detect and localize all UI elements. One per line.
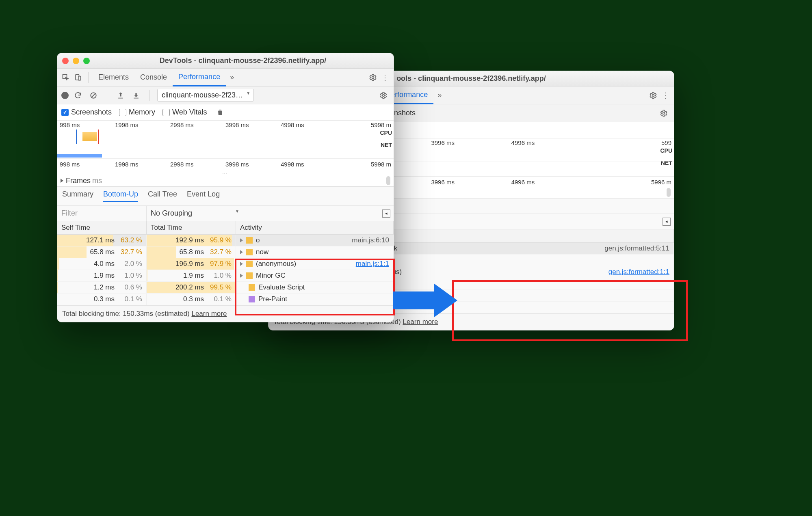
tick: 5996 m <box>591 179 671 186</box>
table-row[interactable]: 4.0 ms2.0 %196.9 ms97.9 %(anonymous)main… <box>57 258 394 270</box>
devtools-window-front: DevTools - clinquant-mousse-2f2396.netli… <box>57 53 394 322</box>
gear-icon[interactable] <box>658 107 670 119</box>
learn-more-link[interactable]: Learn more <box>403 318 438 326</box>
kebab-icon[interactable]: ⋮ <box>659 89 671 101</box>
scroll-thumb[interactable] <box>386 176 390 185</box>
activity-name: Evaluate Script <box>258 283 305 291</box>
tick: 4996 ms <box>511 179 591 186</box>
zoom-icon[interactable] <box>83 58 90 64</box>
activity-name: Pre-Paint <box>258 295 287 303</box>
net-bar <box>57 154 102 158</box>
subtab-summary[interactable]: Summary <box>62 190 93 202</box>
table-row[interactable]: 0.3 ms0.1 %0.3 ms0.1 %Pre-Paint <box>57 294 394 305</box>
source-link[interactable]: gen.js:formatted:5:11 <box>604 244 669 253</box>
flame-region <box>82 132 97 141</box>
tick: 1998 ms <box>115 161 170 168</box>
source-link[interactable]: gen.js:formatted:1:1 <box>608 268 669 276</box>
tick: 998 ms <box>60 121 115 130</box>
separator <box>88 72 89 83</box>
tick: 998 ms <box>60 161 115 168</box>
download-icon[interactable] <box>130 89 142 101</box>
tabs-row: Elements Console Performance » ⋮ <box>57 69 394 86</box>
inspect-icon[interactable] <box>60 71 72 84</box>
site-dropdown[interactable]: clinquant-mousse-2f23… <box>157 89 254 101</box>
overview: 998 ms 1998 ms 2998 ms 3998 ms 4998 ms 5… <box>57 121 394 187</box>
activity-name: o <box>256 236 260 244</box>
gear-icon[interactable] <box>367 71 379 84</box>
timeline-ruler[interactable]: 998 ms 1998 ms 2998 ms 3998 ms 4998 ms 5… <box>57 121 394 130</box>
chevron-right-icon <box>240 250 243 254</box>
webvitals-check[interactable]: Web Vitals <box>162 108 207 117</box>
device-icon[interactable] <box>72 71 84 84</box>
table-row[interactable]: 1.9 ms1.0 %1.9 ms1.0 %Minor GC <box>57 270 394 282</box>
tab-performance[interactable]: Performance <box>173 69 226 86</box>
script-icon <box>246 249 253 255</box>
collapse-icon[interactable]: ◂ <box>382 209 390 218</box>
col-selftime[interactable]: Self Time <box>57 221 147 234</box>
record-button[interactable] <box>61 92 69 99</box>
arrow-icon <box>393 291 434 309</box>
table-header: Self Time Total Time Activity <box>57 221 394 235</box>
minimize-icon[interactable] <box>73 58 79 64</box>
tab-console[interactable]: Console <box>134 69 173 86</box>
clear-icon[interactable] <box>87 89 100 101</box>
more-tabs-icon[interactable]: » <box>226 71 238 84</box>
trash-icon[interactable] <box>214 106 226 119</box>
source-link[interactable]: main.js:6:10 <box>352 236 389 244</box>
collapse-icon[interactable]: ◂ <box>663 218 671 226</box>
upload-icon[interactable] <box>115 89 127 101</box>
frames-unit: ms <box>92 177 102 185</box>
script-icon <box>249 296 255 302</box>
col-activity[interactable]: Activity <box>236 221 394 234</box>
tick: 3996 ms <box>431 179 511 186</box>
marker-red <box>98 130 99 144</box>
subtab-bottomup[interactable]: Bottom-Up <box>103 190 138 202</box>
learn-more-link[interactable]: Learn more <box>191 310 227 317</box>
subtabs: Summary Bottom-Up Call Tree Event Log <box>57 187 394 206</box>
svg-rect-4 <box>78 76 81 80</box>
titlebar: DevTools - clinquant-mousse-2f2396.netli… <box>57 53 394 69</box>
tick: 4998 ms <box>281 161 336 168</box>
tick: 4996 ms <box>511 139 591 147</box>
chevron-right-icon <box>61 179 63 183</box>
blocking-time-label: Total blocking time: 150.33ms (estimated… <box>62 310 190 317</box>
scroll-thumb[interactable] <box>667 188 671 197</box>
script-icon <box>246 272 253 279</box>
subtab-calltree[interactable]: Call Tree <box>148 190 177 202</box>
tick: 599 <box>591 139 671 147</box>
source-link[interactable]: main.js:1:1 <box>356 260 389 268</box>
perf-toolbar: clinquant-mousse-2f23… <box>57 86 394 104</box>
frames-row[interactable]: Frames ms <box>57 175 394 186</box>
more-tabs-icon[interactable]: » <box>433 89 446 101</box>
filter-input[interactable]: Filter <box>57 206 147 221</box>
label: Memory <box>129 108 155 117</box>
subtab-eventlog[interactable]: Event Log <box>187 190 220 202</box>
filter-row: Filter No Grouping ◂ <box>57 206 394 221</box>
svg-point-7 <box>383 94 385 96</box>
gear-icon[interactable] <box>377 89 390 101</box>
script-icon <box>246 237 253 244</box>
memory-check[interactable]: Memory <box>119 108 155 117</box>
tick: 2998 ms <box>170 121 225 130</box>
reload-icon[interactable] <box>72 89 84 101</box>
tick: 2998 ms <box>170 161 225 168</box>
tick: 3998 ms <box>225 121 281 130</box>
net-track[interactable] <box>57 144 394 159</box>
ellipsis: … <box>57 169 394 175</box>
close-icon[interactable] <box>62 58 69 64</box>
cpu-track[interactable] <box>57 130 394 144</box>
table-row[interactable]: 65.8 ms32.7 %65.8 ms32.7 %now <box>57 246 394 258</box>
timeline-ruler-2[interactable]: 998 ms 1998 ms 2998 ms 3998 ms 4998 ms 5… <box>57 159 394 169</box>
grouping-dropdown[interactable]: No Grouping <box>147 206 244 221</box>
checkbox-icon <box>162 109 170 116</box>
table-row[interactable]: 127.1 ms63.2 %192.9 ms95.9 %omain.js:6:1… <box>57 235 394 246</box>
screenshots-check[interactable]: Screenshots <box>61 108 112 117</box>
frames-label: Frames <box>66 177 91 185</box>
table-body: 127.1 ms63.2 %192.9 ms95.9 %omain.js:6:1… <box>57 235 394 305</box>
tick: 3998 ms <box>225 161 281 168</box>
gear-icon[interactable] <box>647 89 659 101</box>
kebab-icon[interactable]: ⋮ <box>379 71 391 84</box>
table-row[interactable]: 1.2 ms0.6 %200.2 ms99.5 %Evaluate Script <box>57 282 394 294</box>
col-totaltime[interactable]: Total Time <box>147 221 236 234</box>
tab-elements[interactable]: Elements <box>93 69 134 86</box>
